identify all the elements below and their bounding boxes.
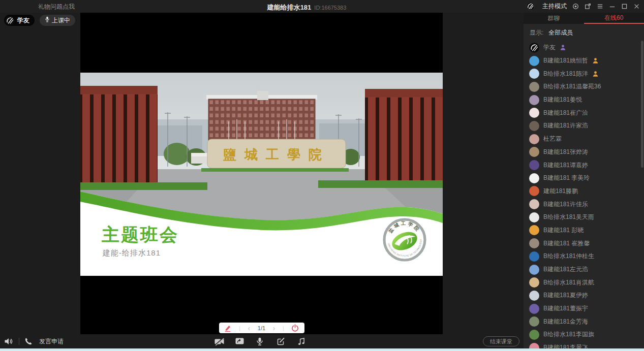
member-row[interactable]: B给排水181仲桂生 [524,250,644,263]
member-row[interactable]: B建能181崔广洽 [524,106,644,119]
member-filter-row: 显示: 全部成员 [524,24,644,40]
member-avatar [529,56,539,66]
member-row[interactable]: 学友 [524,41,644,54]
member-avatar [529,147,539,157]
open-external-icon[interactable] [585,3,591,10]
orange-person-icon [592,57,599,64]
member-row[interactable]: B建能181左元浩 [524,263,644,276]
member-row[interactable]: B给排水181李国旗 [524,328,644,341]
member-row[interactable]: B建能181许家浩 [524,119,644,133]
member-avatar [529,43,539,53]
member-avatar [529,199,539,209]
close-icon[interactable] [633,3,640,10]
member-name: B给排水181温馨苑36 [543,82,601,91]
prev-page-chevron[interactable]: ‹ [248,325,251,332]
camera-off-icon[interactable] [214,337,224,346]
member-avatar [529,95,539,105]
member-avatar [529,304,539,314]
bottom-left-controls: 发言申请 [4,334,64,348]
divider [19,338,19,345]
member-name: B建能181金芳海 [543,317,588,326]
member-name: B建能181张烨涛 [543,148,588,156]
tab-group-chat[interactable]: 群聊 [524,13,584,24]
member-row[interactable]: B建能181 崔雅馨 [524,237,644,250]
member-name: B给排水181仲桂生 [543,252,594,261]
purple-person-icon [560,44,566,51]
member-name: B建能181 彭晓 [543,226,584,235]
phone-icon[interactable] [24,337,34,346]
room-id: ID:16675383 [314,5,346,11]
member-row[interactable]: B建能181 李美玲 [524,172,644,185]
member-avatar [529,108,539,118]
svg-text:鹽城工學院: 鹽城工學院 [223,147,330,162]
filter-value-dropdown[interactable]: 全部成员 [548,28,573,37]
member-name: 杜艺霖 [543,135,562,143]
member-row[interactable]: B建能181张烨涛 [524,146,644,159]
music-icon[interactable] [298,337,308,346]
member-row[interactable]: B建能181金芳海 [524,315,644,328]
filter-label: 显示: [530,28,543,37]
member-row[interactable]: 杜艺霖 [524,133,644,146]
member-avatar [529,160,539,170]
member-row[interactable]: B建能181谭嘉婷 [524,158,644,172]
bottom-light-strip [0,348,644,351]
end-class-button[interactable]: 结束课堂 [483,336,519,346]
member-row[interactable]: B建能181 彭晓 [524,224,644,237]
window-title: 建能给排水181ID:16675383 [0,3,614,12]
screen-share-icon[interactable] [235,337,245,346]
member-row[interactable]: B给排水181陈洋 [524,67,644,80]
school-logo: 盐城工学院 YANCHENG INSTITUTE OF TECHNOLOGY [383,218,426,262]
scrollbar-thumb[interactable] [641,41,643,168]
member-avatar [529,186,539,196]
member-row[interactable]: B建能181董振宇 [524,302,644,315]
member-name: B建能181谭嘉婷 [543,161,588,170]
member-avatar [529,316,539,327]
tab-online-members[interactable]: 在线60 [584,13,644,24]
member-row[interactable]: B给排水181温馨苑36 [524,80,644,93]
member-row[interactable]: B给排水181吴天雨 [524,211,644,224]
user-badge[interactable]: 学友 [4,15,35,26]
maximize-icon[interactable] [621,3,628,10]
slide-title: 主题班会 [102,223,179,247]
class-status-badge: 上课中 [40,15,75,26]
presentation-stage: 鹽城工學院 主题班会 建能-给排水181 [80,13,443,335]
next-page-chevron[interactable]: › [273,325,275,332]
member-avatar [529,173,539,183]
sidebar: 群聊 在线60 显示: 全部成员 学友 B建能181姚恒哲 B给排水181陈洋 [524,13,644,351]
member-name: B给排水181陈洋 [543,70,588,78]
member-row[interactable]: B建能181许佳乐 [524,198,644,211]
member-row[interactable]: 建能181滕鹏 [524,185,644,198]
pen-icon[interactable] [224,324,232,332]
user-badge-label: 学友 [17,16,29,25]
member-row[interactable]: B建能181夏伊婷 [524,289,644,302]
member-name: 建能181滕鹏 [543,187,578,196]
record-icon[interactable] [572,3,579,10]
room-title: 建能给排水181 [267,4,312,11]
campus-photo: 鹽城工學院 [80,73,443,235]
badges-row: 学友 上课中 [4,15,75,26]
slide: 鹽城工學院 主题班会 建能-给排水181 [80,73,443,276]
app-logo-icon [526,2,535,11]
member-avatar [529,265,539,275]
member-name: B建能181左元浩 [543,265,588,274]
whiteboard-edit-icon[interactable] [277,337,287,346]
member-avatar [529,291,539,301]
member-row[interactable]: B建能181姚恒哲 [524,54,644,68]
orange-person-icon [592,71,599,77]
speaker-icon[interactable] [4,337,14,346]
member-name: B建能181姜悦 [543,95,582,104]
slide-pager: | ‹ 1/1 › | [219,323,304,333]
member-row[interactable]: B给排水181肖淇航 [524,276,644,289]
member-avatar [529,225,539,235]
menu-icon[interactable] [597,3,603,10]
microphone-icon[interactable] [256,337,266,346]
speech-request-label[interactable]: 发言申请 [39,337,64,346]
member-name: B建能181董振宇 [543,304,588,313]
member-avatar [529,121,539,131]
power-icon[interactable] [291,324,299,332]
member-avatar [529,134,539,144]
member-avatar [529,277,539,288]
member-avatar [529,212,539,222]
minimize-icon[interactable] [609,3,616,10]
member-row[interactable]: B建能181姜悦 [524,93,644,107]
